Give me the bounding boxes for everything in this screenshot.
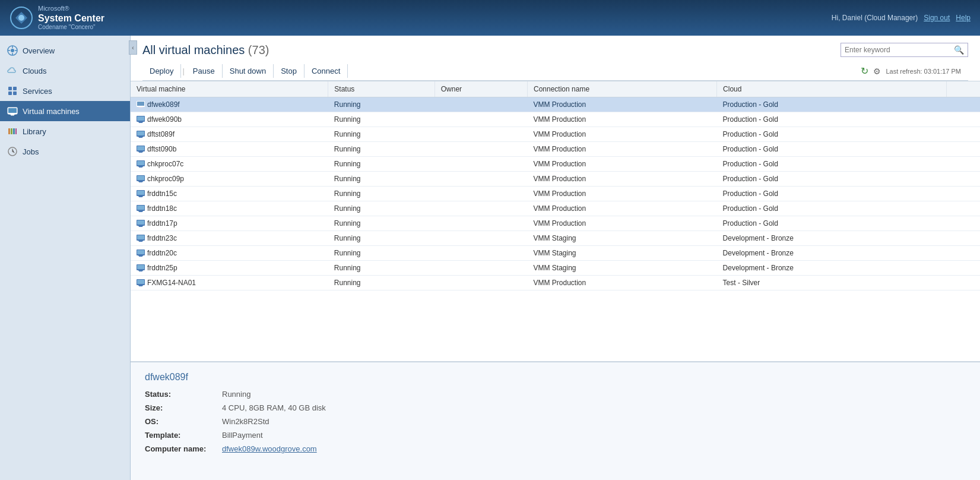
table-row[interactable]: chkproc09p Running VMM Production Produc…: [131, 172, 980, 187]
vm-extra: [946, 172, 980, 187]
vm-name-cell: frddtn15c: [131, 187, 328, 201]
detail-label: Computer name:: [145, 444, 222, 453]
deploy-button[interactable]: Deploy: [142, 64, 181, 78]
vm-cloud: Development - Bronze: [717, 246, 947, 261]
sidebar-collapse-button[interactable]: ‹: [129, 40, 137, 55]
vm-owner: [435, 276, 527, 290]
vm-owner: [435, 216, 527, 231]
svg-rect-52: [138, 226, 143, 226]
overview-icon: [7, 45, 18, 56]
help-link[interactable]: Help: [956, 14, 971, 22]
vm-cloud: Development - Bronze: [717, 231, 947, 246]
sidebar-item-clouds[interactable]: Clouds: [0, 61, 130, 81]
main-layout: ‹ Overview Clouds Services: [0, 36, 980, 480]
jobs-icon: [7, 146, 18, 157]
sidebar-clouds-label: Clouds: [23, 67, 46, 75]
brand-name: Microsoft®: [38, 5, 104, 12]
vm-count: (73): [248, 43, 269, 56]
vm-status: Running: [328, 157, 435, 172]
connect-button[interactable]: Connect: [305, 64, 348, 78]
vm-cloud: Production - Gold: [717, 127, 947, 142]
sidebar-library-label: Library: [23, 127, 46, 136]
sidebar-item-library[interactable]: Library: [0, 121, 130, 141]
vm-connection: VMM Production: [528, 216, 717, 231]
detail-row: Size: 4 CPU, 8GB RAM, 40 GB disk: [145, 403, 966, 412]
svg-rect-60: [138, 255, 143, 256]
table-row[interactable]: dfwek089f Running VMM Production Product…: [131, 97, 980, 112]
detail-row: Template: BillPayment: [145, 431, 966, 440]
vm-status: Running: [328, 172, 435, 187]
sidebar-item-overview[interactable]: Overview: [0, 40, 130, 61]
vm-name-cell: dfwek090b: [131, 112, 328, 127]
vm-owner: [435, 112, 527, 127]
svg-rect-67: [139, 286, 142, 286]
sidebar-item-virtual-machines[interactable]: Virtual machines: [0, 101, 130, 121]
detail-value[interactable]: dfwek089w.woodgrove.com: [222, 444, 317, 453]
vm-owner: [435, 142, 527, 157]
sidebar-item-services[interactable]: Services: [0, 81, 130, 101]
clouds-icon: [7, 65, 18, 76]
last-refresh: Last refresh: 03:01:17 PM: [886, 68, 961, 75]
vm-connection: VMM Production: [528, 187, 717, 201]
svg-rect-31: [139, 152, 142, 153]
table-row[interactable]: dftst089f Running VMM Production Product…: [131, 127, 980, 142]
vm-cloud: Production - Gold: [717, 142, 947, 157]
vm-cloud: Production - Gold: [717, 201, 947, 216]
vm-name-cell: frddtn25p: [131, 261, 328, 276]
sidebar-item-jobs[interactable]: Jobs: [0, 141, 130, 162]
vm-owner: [435, 231, 527, 246]
table-row[interactable]: chkproc07c Running VMM Production Produc…: [131, 157, 980, 172]
svg-rect-24: [138, 122, 143, 122]
col-header-extra: [946, 81, 980, 97]
vm-name: dftst090b: [147, 145, 176, 153]
table-row[interactable]: frddtn20c Running VMM Staging Developmen…: [131, 246, 980, 261]
vm-name-cell: frddtn23c: [131, 231, 328, 246]
table-row[interactable]: frddtn23c Running VMM Staging Developmen…: [131, 231, 980, 246]
refresh-icon[interactable]: ↻: [861, 65, 868, 77]
sidebar: ‹ Overview Clouds Services: [0, 36, 131, 480]
search-input[interactable]: [845, 46, 952, 54]
svg-point-1: [18, 15, 24, 21]
user-greeting: Hi, Daniel (Cloud Manager): [832, 14, 918, 22]
vm-owner: [435, 261, 527, 276]
svg-rect-68: [138, 285, 143, 286]
svg-rect-22: [137, 116, 144, 121]
vm-connection: VMM Staging: [528, 261, 717, 276]
vm-cloud: Production - Gold: [717, 172, 947, 187]
detail-label: Template:: [145, 431, 222, 440]
table-row[interactable]: frddtn25p Running VMM Staging Developmen…: [131, 261, 980, 276]
table-row[interactable]: dfwek090b Running VMM Production Product…: [131, 112, 980, 127]
svg-rect-23: [139, 122, 142, 123]
detail-value: 4 CPU, 8GB RAM, 40 GB disk: [222, 403, 326, 412]
svg-rect-6: [8, 91, 12, 95]
table-row[interactable]: frddtn15c Running VMM Production Product…: [131, 187, 980, 201]
vm-name: frddtn23c: [147, 234, 177, 242]
detail-panel: dfwek089f Status: Running Size: 4 CPU, 8…: [131, 361, 980, 480]
page-title-row: All virtual machines (73) 🔍: [142, 43, 968, 57]
vm-status: Running: [328, 201, 435, 216]
table-row[interactable]: frddtn18c Running VMM Production Product…: [131, 201, 980, 216]
vm-cloud: Production - Gold: [717, 112, 947, 127]
search-icon[interactable]: 🔍: [954, 45, 964, 55]
svg-rect-64: [138, 270, 143, 271]
table-row[interactable]: FXMG14-NA01 Running VMM Production Test …: [131, 276, 980, 290]
svg-rect-39: [139, 182, 142, 182]
vm-connection: VMM Staging: [528, 231, 717, 246]
settings-icon[interactable]: ⚙: [873, 67, 881, 76]
vm-table-container[interactable]: Virtual machine Status Owner Connection …: [131, 81, 980, 361]
svg-rect-62: [137, 265, 144, 269]
vm-name: frddtn25p: [147, 264, 177, 272]
shutdown-button[interactable]: Shut down: [223, 64, 274, 78]
vm-connection: VMM Production: [528, 97, 717, 112]
table-row[interactable]: dftst090b Running VMM Production Product…: [131, 142, 980, 157]
toolbar: Deploy | Pause Shut down Stop Connect ↻ …: [142, 62, 968, 81]
sign-out-link[interactable]: Sign out: [924, 14, 950, 22]
table-row[interactable]: frddtn17p Running VMM Production Product…: [131, 216, 980, 231]
stop-button[interactable]: Stop: [274, 64, 305, 78]
vm-cloud: Production - Gold: [717, 216, 947, 231]
svg-rect-19: [139, 108, 142, 108]
svg-rect-66: [137, 280, 144, 284]
detail-title: dfwek089f: [145, 372, 966, 383]
vm-cloud: Production - Gold: [717, 157, 947, 172]
pause-button[interactable]: Pause: [186, 64, 223, 78]
